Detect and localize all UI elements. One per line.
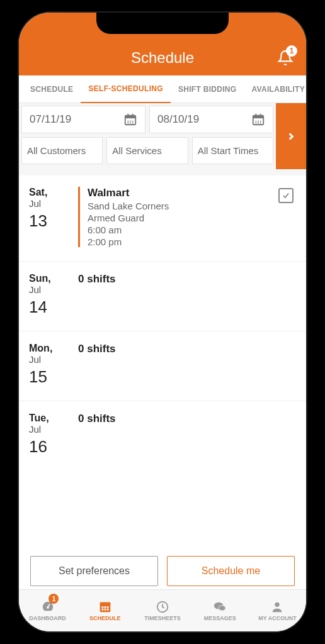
svg-point-17 <box>255 123 256 124</box>
day-weekday: Tue, <box>29 413 78 424</box>
svg-point-16 <box>260 121 261 122</box>
calendar-icon <box>123 113 137 126</box>
nav-messages[interactable]: MESSAGES <box>191 590 249 631</box>
tab-bar: SCHEDULE SELF-SCHEDULING SHIFT BIDDING A… <box>19 75 306 103</box>
shift-role: Armed Guard <box>88 213 296 223</box>
date-from-input[interactable]: 07/11/19 <box>21 106 145 133</box>
nav-label: MY ACCOUNT <box>258 615 297 621</box>
user-icon <box>270 600 285 614</box>
filters-panel: 07/11/19 08/10/19 All Customers All Serv… <box>19 103 306 169</box>
day-weekday: Sat, <box>29 187 78 198</box>
svg-rect-3 <box>132 114 134 117</box>
zero-shifts-label: 0 shifts <box>78 413 296 425</box>
date-from-value: 07/11/19 <box>30 113 71 126</box>
phone-frame: Schedule 1 SCHEDULE SELF-SCHEDULING SHIF… <box>19 13 306 631</box>
day-date: Sun, Jul 14 <box>29 273 78 317</box>
zero-shifts-label: 0 shifts <box>78 343 296 355</box>
svg-rect-12 <box>255 114 256 117</box>
svg-rect-29 <box>104 609 106 611</box>
nav-timesheets[interactable]: TIMESHEETS <box>134 590 191 631</box>
day-list: Sat, Jul 13 Walmart Sand Lake Corners Ar… <box>19 175 306 470</box>
nav-schedule[interactable]: SCHEDULE <box>76 590 134 631</box>
nav-dashboard[interactable]: DASHBOARD 1 <box>19 590 76 631</box>
check-icon <box>282 191 290 200</box>
shift-end: 2:00 pm <box>88 236 296 247</box>
nav-label: DASHBOARD <box>29 615 66 621</box>
day-row: Tue, Jul 16 0 shifts <box>19 401 306 470</box>
schedule-me-button[interactable]: Schedule me <box>167 556 295 586</box>
day-number: 16 <box>29 437 78 457</box>
nav-account[interactable]: MY ACCOUNT <box>249 590 306 631</box>
bottom-nav: DASHBOARD 1 SCHEDULE TIMESHEETS MESSAGES… <box>19 589 306 631</box>
svg-rect-11 <box>253 116 264 119</box>
nav-badge: 1 <box>48 594 59 604</box>
shift-start: 6:00 am <box>88 225 296 235</box>
device-notch <box>96 13 229 34</box>
svg-point-14 <box>255 121 256 122</box>
day-month: Jul <box>29 424 78 435</box>
calendar-icon <box>98 600 113 614</box>
nav-label: TIMESHEETS <box>144 615 181 621</box>
filter-customers[interactable]: All Customers <box>21 137 103 164</box>
svg-point-6 <box>132 121 134 122</box>
svg-rect-26 <box>104 606 106 608</box>
day-month: Jul <box>29 354 78 365</box>
day-month: Jul <box>29 198 78 209</box>
svg-rect-28 <box>101 609 103 611</box>
svg-rect-27 <box>107 606 109 608</box>
svg-rect-2 <box>127 114 128 117</box>
shift-location: Sand Lake Corners <box>88 201 296 211</box>
set-preferences-button[interactable]: Set preferences <box>30 556 158 586</box>
tab-schedule[interactable]: SCHEDULE <box>23 76 81 103</box>
calendar-icon <box>251 113 265 126</box>
section-divider <box>19 169 306 175</box>
svg-point-5 <box>130 121 131 122</box>
filter-start-times[interactable]: All Start Times <box>192 137 273 164</box>
day-row: Mon, Jul 15 0 shifts <box>19 331 306 401</box>
tab-availability[interactable]: AVAILABILITY <box>244 76 306 103</box>
day-row: Sat, Jul 13 Walmart Sand Lake Corners Ar… <box>19 175 306 262</box>
svg-point-18 <box>258 123 259 124</box>
clock-icon <box>155 600 170 614</box>
day-month: Jul <box>29 284 78 295</box>
chevron-right-icon <box>285 131 297 142</box>
apply-filters-button[interactable] <box>276 103 306 169</box>
svg-point-8 <box>130 123 131 124</box>
nav-label: SCHEDULE <box>89 615 121 621</box>
notifications-badge: 1 <box>286 45 297 57</box>
chat-icon <box>212 600 228 614</box>
shift-client: Walmart <box>88 187 296 199</box>
day-date: Sat, Jul 13 <box>29 187 78 247</box>
svg-point-7 <box>127 123 128 124</box>
page-title: Schedule <box>131 49 194 67</box>
svg-point-9 <box>132 123 134 124</box>
action-buttons: Set preferences Schedule me <box>19 556 306 586</box>
tab-shift-bidding[interactable]: SHIFT BIDDING <box>171 76 244 103</box>
day-number: 13 <box>29 211 78 231</box>
svg-point-19 <box>260 123 261 124</box>
date-to-value: 08/10/19 <box>157 113 199 126</box>
day-date: Mon, Jul 15 <box>29 343 78 387</box>
svg-rect-30 <box>107 609 109 611</box>
day-weekday: Mon, <box>29 343 78 354</box>
tab-self-scheduling[interactable]: SELF-SCHEDULING <box>81 75 171 103</box>
day-row: Sun, Jul 14 0 shifts <box>19 262 306 331</box>
filter-services[interactable]: All Services <box>106 137 188 164</box>
date-to-input[interactable]: 08/10/19 <box>149 106 273 133</box>
notifications-button[interactable]: 1 <box>277 49 294 67</box>
svg-rect-1 <box>125 116 136 119</box>
shift-checkbox[interactable] <box>278 188 294 203</box>
zero-shifts-label: 0 shifts <box>78 273 296 286</box>
svg-rect-13 <box>260 114 261 117</box>
day-number: 14 <box>29 297 78 317</box>
svg-point-15 <box>258 121 259 122</box>
day-weekday: Sun, <box>29 273 78 284</box>
shift-card[interactable]: Walmart Sand Lake Corners Armed Guard 6:… <box>78 187 296 247</box>
nav-label: MESSAGES <box>204 615 236 621</box>
svg-point-34 <box>275 602 280 607</box>
day-date: Tue, Jul 16 <box>29 413 78 457</box>
svg-rect-25 <box>101 606 103 608</box>
day-number: 15 <box>29 367 78 387</box>
svg-rect-23 <box>100 602 111 606</box>
svg-point-4 <box>127 121 128 122</box>
